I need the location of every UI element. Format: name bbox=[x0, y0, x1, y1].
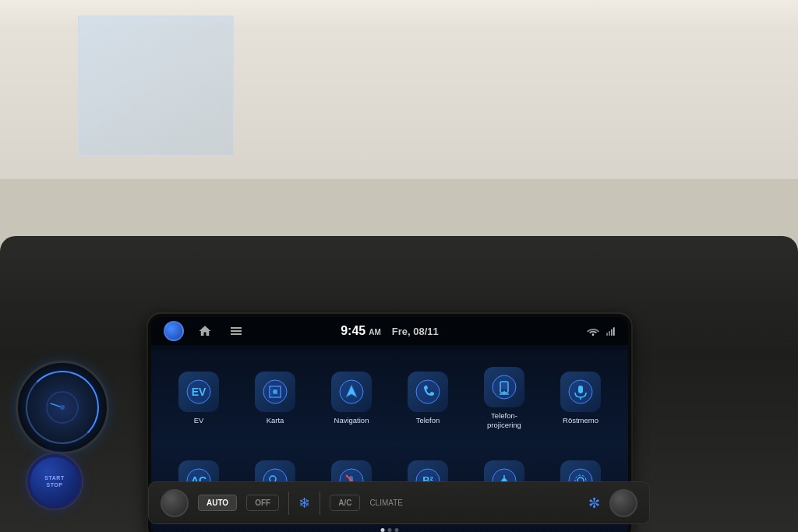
speedometer bbox=[16, 361, 109, 454]
svg-line-1 bbox=[51, 403, 62, 407]
app-label-navigation: Navigation bbox=[334, 416, 369, 425]
ac-button[interactable]: A/C bbox=[330, 495, 360, 511]
app-icon-ev: EV bbox=[178, 372, 219, 412]
auto-button[interactable]: AUTO bbox=[198, 495, 237, 511]
app-item-navigation[interactable]: Navigation bbox=[316, 356, 387, 440]
app-item-telefon[interactable]: Telefon bbox=[392, 356, 464, 440]
app-label-karta: Karta bbox=[267, 416, 284, 425]
globe-icon bbox=[164, 321, 184, 341]
app-label-telefon-projicering: Telefon-projicering bbox=[479, 411, 530, 429]
page-indicators bbox=[381, 528, 399, 532]
home-icon-container[interactable] bbox=[194, 320, 216, 342]
page-dot-2 bbox=[388, 528, 392, 532]
app-icon-navigation bbox=[331, 372, 372, 412]
menu-icon-container[interactable] bbox=[225, 320, 247, 342]
signal-icon bbox=[606, 326, 616, 336]
off-button[interactable]: OFF bbox=[246, 495, 279, 511]
globe-icon-container bbox=[163, 320, 185, 342]
app-icon-rostmemo bbox=[560, 372, 601, 412]
app-icon-karta bbox=[255, 372, 295, 412]
menu-icon bbox=[231, 327, 242, 335]
climate-right-knob[interactable] bbox=[609, 489, 637, 517]
app-label-telefon: Telefon bbox=[416, 416, 440, 425]
wifi-icon bbox=[587, 326, 599, 336]
svg-point-14 bbox=[416, 380, 440, 403]
svg-rect-6 bbox=[611, 329, 613, 336]
screen-topbar: 9:45 AM Fre, 08/11 bbox=[151, 317, 628, 345]
svg-rect-20 bbox=[578, 386, 583, 393]
snowflake-icon[interactable]: ✼ bbox=[588, 495, 600, 512]
page-dot-3 bbox=[395, 528, 399, 532]
climate-divider-1 bbox=[288, 491, 289, 515]
svg-point-0 bbox=[47, 392, 78, 423]
room-background bbox=[0, 0, 798, 179]
svg-rect-7 bbox=[613, 327, 615, 336]
svg-text:EV: EV bbox=[192, 386, 207, 398]
app-icon-telefon-projicering bbox=[484, 367, 524, 407]
topbar-right bbox=[587, 326, 616, 336]
ampm-value: AM bbox=[369, 328, 381, 336]
app-item-ev[interactable]: EVEV bbox=[163, 356, 235, 440]
climate-divider-2 bbox=[320, 491, 320, 515]
app-item-rostmemo[interactable]: Röstmemo bbox=[545, 356, 616, 440]
dashboard: 9:45 AM Fre, 08/11 bbox=[0, 236, 798, 532]
climate-left-knob[interactable] bbox=[161, 489, 189, 517]
start-stop-button[interactable]: START STOP bbox=[27, 454, 82, 509]
window bbox=[78, 16, 234, 156]
topbar-left bbox=[163, 320, 247, 342]
app-icon-telefon bbox=[408, 372, 448, 412]
date-value: Fre, 08/11 bbox=[392, 326, 439, 337]
svg-point-2 bbox=[60, 405, 65, 410]
time-value: 9:45 bbox=[341, 324, 365, 338]
speedometer-inner bbox=[39, 384, 86, 431]
svg-point-3 bbox=[592, 333, 595, 336]
climate-label: CLIMATE bbox=[369, 499, 403, 507]
app-label-rostmemo: Röstmemo bbox=[563, 416, 598, 425]
app-item-telefon-projicering[interactable]: Telefon-projicering bbox=[468, 356, 540, 440]
clock-display: 9:45 AM Fre, 08/11 bbox=[341, 324, 439, 338]
app-label-ev: EV bbox=[194, 416, 204, 425]
page-dot-1 bbox=[381, 528, 385, 532]
svg-rect-4 bbox=[606, 333, 608, 336]
home-icon bbox=[198, 324, 212, 338]
svg-point-11 bbox=[273, 389, 277, 394]
fan-icon[interactable]: ❄ bbox=[298, 495, 310, 512]
climate-bar: AUTO OFF ❄ A/C CLIMATE ✼ bbox=[148, 481, 650, 524]
svg-rect-5 bbox=[609, 331, 610, 336]
svg-rect-18 bbox=[501, 382, 507, 389]
app-item-karta[interactable]: Karta bbox=[239, 356, 311, 440]
start-label: START STOP bbox=[44, 474, 64, 488]
